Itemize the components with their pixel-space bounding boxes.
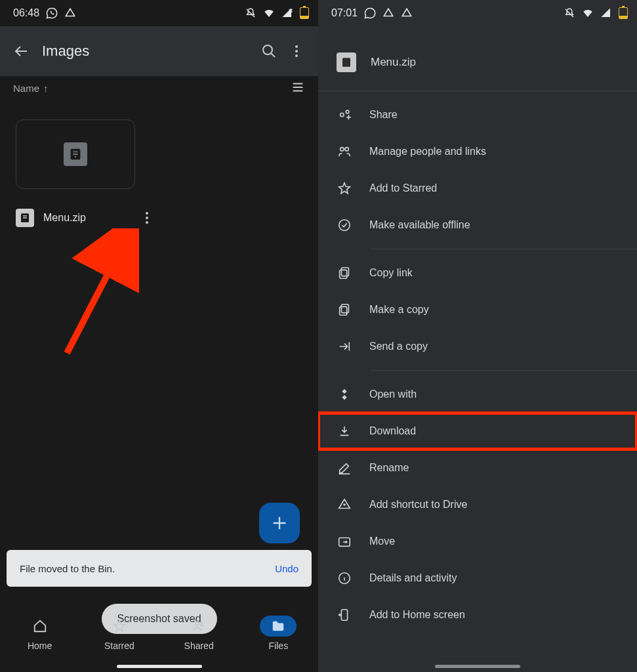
menu-sendcopy-label: Send a copy [369,341,428,352]
nav-starred[interactable]: Starred [79,616,159,651]
homescreen-icon [337,607,352,623]
svg-point-1 [295,45,298,48]
header-title: Images [42,43,255,60]
menu-copylink[interactable]: Copy link [318,255,637,291]
whatsapp-icon [364,7,376,19]
svg-rect-17 [341,304,348,313]
nav-files[interactable]: Files [239,616,318,651]
sort-row[interactable]: Name ↑ [0,76,318,100]
menu-download[interactable]: Download [318,413,637,450]
whatsapp-icon [46,7,58,19]
left-phone: 06:48 Images Name ↑ [0,0,318,672]
link-icon [337,265,352,281]
menu-details[interactable]: Details and activity [318,560,637,597]
share-icon [337,107,352,123]
file-kebab-menu[interactable] [139,212,155,224]
snackbar: File moved to the Bin. Undo [7,550,312,587]
drive-icon [64,7,76,19]
menu-copylink-label: Copy link [369,267,413,279]
svg-point-2 [295,50,298,52]
menu-share-label: Share [369,109,398,121]
svg-point-12 [340,148,344,152]
file-type-icon [337,52,356,72]
menu-makecopy-label: Make a copy [369,304,429,316]
zip-file-icon [64,142,87,166]
nav-home-label: Home [28,640,52,651]
svg-point-8 [200,623,203,626]
menu-homescreen-label: Add to Home screen [369,609,465,621]
menu-sendcopy[interactable]: Send a copy [318,328,637,365]
overflow-menu[interactable] [283,37,310,65]
file-thumbnail[interactable] [16,119,135,189]
menu-shortcut-label: Add shortcut to Drive [369,499,467,511]
openwith-icon [337,387,352,402]
svg-point-7 [195,622,199,626]
fab-new[interactable] [259,503,300,543]
menu-manage-label: Manage people and links [369,146,486,158]
svg-point-13 [345,148,349,152]
svg-rect-9 [342,58,350,67]
nav-home[interactable]: Home [0,616,79,651]
signal-icon [281,7,293,19]
battery-icon [619,7,628,19]
back-button[interactable] [8,37,35,65]
menu-manage[interactable]: Manage people and links [318,133,637,170]
bottom-nav: Home Starred Shared Files [0,606,318,672]
svg-line-6 [67,242,125,353]
svg-point-11 [346,110,349,114]
annotation-arrow [60,228,139,360]
menu-rename-label: Rename [369,462,409,474]
copy-icon [337,302,352,318]
svg-rect-21 [341,610,347,621]
menu-starred[interactable]: Add to Starred [318,170,637,207]
search-button[interactable] [255,37,283,65]
dnd-icon [564,7,575,19]
file-name: Menu.zip [43,212,130,224]
menu-rename[interactable]: Rename [318,450,637,486]
nav-handle[interactable] [435,665,520,668]
menu-homescreen[interactable]: Add to Home screen [318,597,637,633]
menu-openwith[interactable]: Open with [318,376,637,413]
file-type-icon [16,209,34,227]
download-icon [337,423,352,439]
svg-point-14 [339,220,350,231]
menu-offline-label: Make available offline [369,219,470,231]
svg-point-3 [295,54,298,57]
menu-shortcut[interactable]: Add shortcut to Drive [318,486,637,523]
status-time: 06:48 [13,7,39,19]
rename-icon [337,460,352,476]
menu-download-label: Download [369,425,416,437]
right-phone: 07:01 Menu.zip Share Manage p [318,0,637,672]
people-icon [337,144,352,159]
svg-point-10 [340,113,344,117]
move-icon [337,534,352,549]
signal-icon [600,7,612,19]
drive-icon-2 [401,7,413,19]
sheet-header: Menu.zip [318,39,637,91]
menu-openwith-label: Open with [369,388,417,400]
nav-shared[interactable]: Shared [159,616,239,651]
menu-starred-label: Add to Starred [369,182,437,194]
sheet-filename: Menu.zip [371,56,416,69]
menu-offline[interactable]: Make available offline [318,207,637,243]
nav-shared-label: Shared [184,640,214,651]
menu-separator [371,370,637,371]
menu-move[interactable]: Move [318,523,637,560]
send-icon [337,339,352,354]
sort-asc-icon: ↑ [43,83,49,94]
view-toggle-icon[interactable] [291,80,305,96]
nav-files-label: Files [269,640,289,651]
menu-makecopy[interactable]: Make a copy [318,291,637,328]
menu-move-label: Move [369,536,395,547]
nav-handle[interactable] [117,665,202,668]
snackbar-undo[interactable]: Undo [275,563,298,574]
file-item[interactable]: Menu.zip [16,119,155,227]
star-icon [337,180,352,196]
menu-details-label: Details and activity [369,572,457,584]
snackbar-text: File moved to the Bin. [20,563,115,574]
nav-starred-label: Starred [104,640,134,651]
status-bar: 06:48 [0,0,318,26]
wifi-icon [263,7,275,19]
menu-share[interactable]: Share [318,96,637,133]
wifi-icon [582,7,594,19]
